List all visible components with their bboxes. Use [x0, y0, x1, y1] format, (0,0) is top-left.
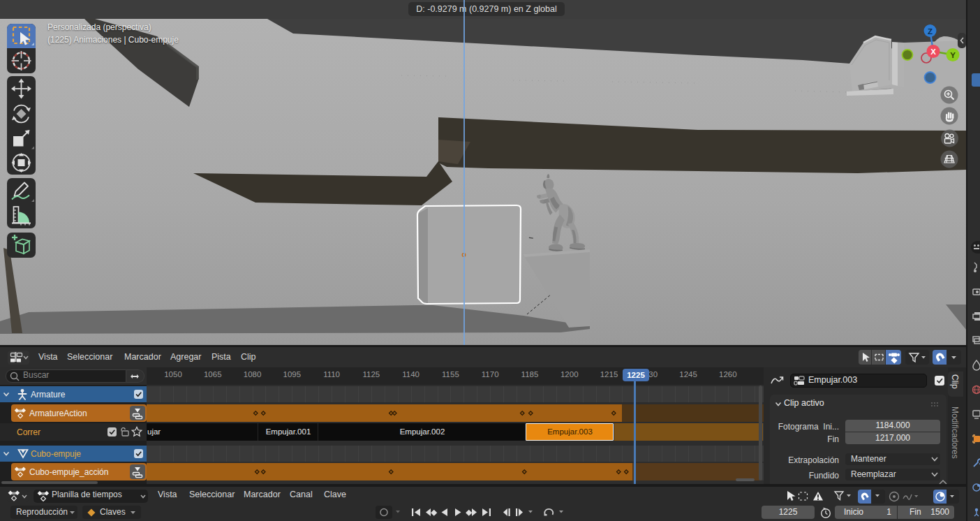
svg-text:Z: Z [928, 27, 933, 36]
svg-text:X: X [930, 47, 936, 56]
svg-text:Y: Y [950, 51, 956, 59]
